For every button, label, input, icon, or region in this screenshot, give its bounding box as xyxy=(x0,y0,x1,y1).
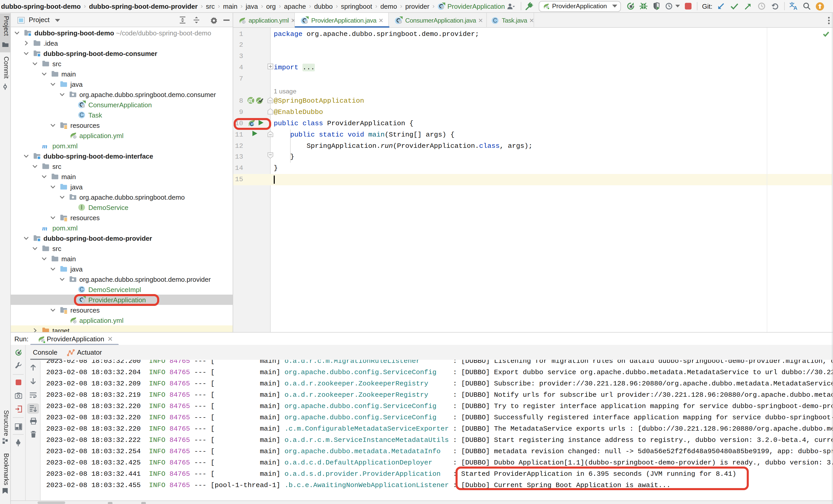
svg-text:I: I xyxy=(81,204,82,211)
svg-text:A: A xyxy=(793,5,797,10)
svg-text:m: m xyxy=(42,225,47,232)
svg-text:C: C xyxy=(79,111,84,118)
svg-text:C: C xyxy=(493,17,497,24)
svg-text:C: C xyxy=(79,286,84,293)
svg-text:m: m xyxy=(42,143,47,150)
